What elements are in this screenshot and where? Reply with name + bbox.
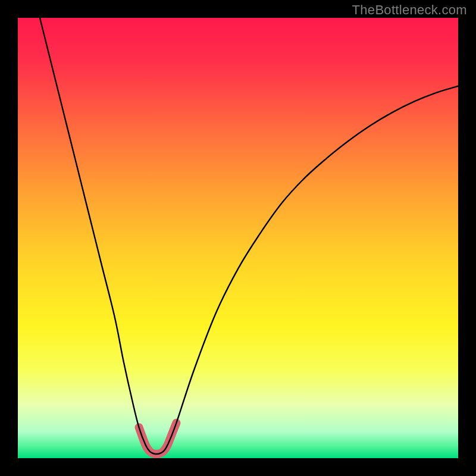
chart-svg [18,18,458,458]
chart-frame: TheBottleneck.com [0,0,476,476]
plot-area [18,18,458,458]
watermark-label: TheBottleneck.com [352,2,467,18]
gradient-background [18,18,458,458]
